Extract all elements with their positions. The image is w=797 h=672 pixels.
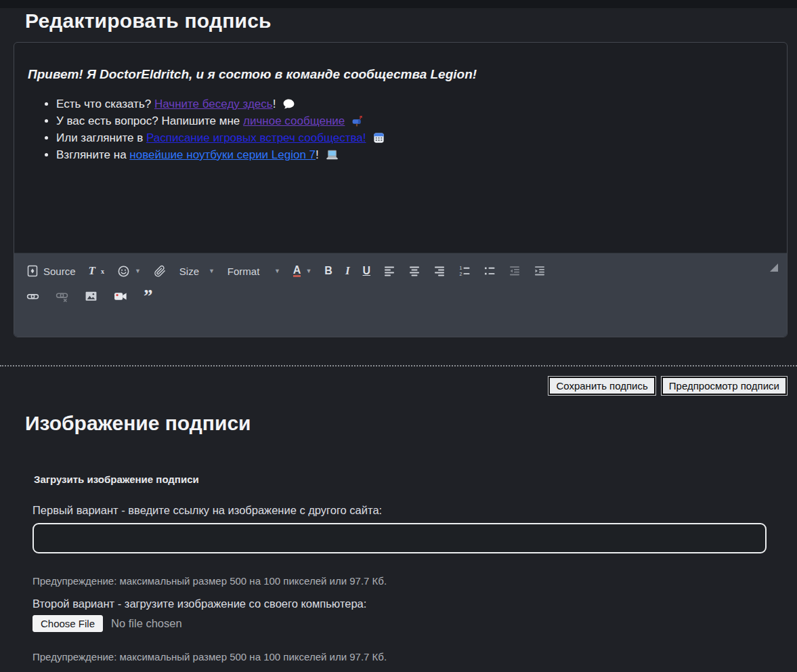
- italic-button[interactable]: I: [345, 264, 350, 278]
- bullet-text: Есть что сказать?: [56, 98, 154, 110]
- indent-button[interactable]: [534, 265, 546, 277]
- file-status-text: No file chosen: [111, 617, 182, 630]
- underline-button[interactable]: U: [363, 265, 371, 277]
- insert-link-button[interactable]: [26, 290, 39, 303]
- video-camera-icon: [114, 290, 127, 303]
- option2-label: Второй вариант - загрузите изображение с…: [33, 597, 366, 610]
- size-dropdown[interactable]: Size ▼: [179, 266, 215, 277]
- section-divider: [0, 365, 797, 366]
- mailbox-icon: [351, 114, 364, 127]
- paperclip-icon: [154, 265, 167, 278]
- blockquote-button[interactable]: ”: [144, 290, 153, 302]
- speech-balloon-icon: [282, 98, 295, 110]
- signature-editor: Привет! Я DoctorEldritch, и я состою в к…: [14, 42, 788, 337]
- size-warning-1: Предупреждение: максимальный размер 500 …: [33, 575, 387, 587]
- list-item: У вас есть вопрос? Напишите мне личное с…: [56, 112, 772, 129]
- bullet-text: Взгляните на: [56, 148, 129, 161]
- align-left-icon: [383, 265, 395, 277]
- list-item: Или загляните в Расписание игровых встре…: [56, 129, 772, 146]
- page-top-edge: [0, 0, 797, 8]
- bullet-text: [345, 114, 348, 127]
- svg-text:2: 2: [460, 272, 462, 276]
- align-center-icon: [408, 265, 421, 277]
- action-buttons: Сохранить подпись Предпросмотр подписи: [548, 377, 787, 395]
- source-label: Source: [43, 266, 76, 277]
- source-icon: [26, 265, 39, 277]
- list-item: Взгляните на новейшие ноутбуки серии Leg…: [56, 146, 772, 163]
- signature-edit-page: Редактировать подпись Привет! Я DoctorEl…: [0, 0, 797, 672]
- insert-image-button[interactable]: [85, 290, 98, 303]
- align-right-button[interactable]: [433, 265, 446, 277]
- numbered-list-button[interactable]: 12: [458, 265, 471, 277]
- signature-bullet-list: Есть что сказать? Начните беседу здесь! …: [28, 96, 772, 163]
- upload-image-heading: Загрузить изображение подписи: [34, 474, 199, 485]
- attach-button[interactable]: [154, 265, 167, 278]
- bullet-text: Или загляните в: [56, 131, 146, 144]
- bulleted-list-icon: [483, 265, 496, 277]
- image-url-input[interactable]: [33, 523, 767, 553]
- image-section-title: Изображение подписи: [25, 412, 251, 435]
- align-right-icon: [433, 265, 446, 277]
- source-button[interactable]: Source: [26, 265, 76, 277]
- remove-format-button[interactable]: Tx: [89, 264, 104, 278]
- start-conversation-link[interactable]: Начните беседу здесь: [154, 98, 273, 110]
- bold-button[interactable]: B: [324, 265, 332, 277]
- preview-signature-button[interactable]: Предпросмотр подписи: [662, 377, 787, 395]
- size-label: Size: [179, 266, 199, 277]
- chevron-down-icon: ▼: [209, 268, 215, 274]
- private-message-link[interactable]: личное сообщение: [243, 114, 345, 127]
- calendar-icon: [372, 131, 385, 144]
- outdent-icon: [509, 265, 521, 277]
- toolbar-row-2: ”: [26, 287, 775, 305]
- svg-text:1: 1: [460, 266, 462, 270]
- list-item: Есть что сказать? Начните беседу здесь!: [56, 96, 772, 112]
- save-signature-button[interactable]: Сохранить подпись: [548, 377, 655, 395]
- laptop-icon: [326, 148, 339, 161]
- text-color-icon: A: [293, 265, 301, 277]
- image-icon: [85, 290, 98, 303]
- outdent-button[interactable]: [509, 265, 521, 277]
- size-warning-2: Предупреждение: максимальный размер 500 …: [33, 651, 387, 663]
- unlink-button[interactable]: [56, 290, 68, 303]
- bullet-text: !: [316, 148, 322, 161]
- bullet-text: !: [273, 98, 279, 110]
- emoji-button[interactable]: ▼: [117, 265, 141, 278]
- link-icon: [26, 290, 39, 303]
- chevron-down-icon: ▼: [305, 268, 311, 274]
- bullet-text: У вас есть вопрос? Напишите мне: [56, 114, 243, 127]
- page-title: Редактировать подпись: [25, 9, 272, 33]
- align-center-button[interactable]: [408, 265, 421, 277]
- unlink-icon: [56, 290, 68, 303]
- text-color-button[interactable]: A ▼: [293, 265, 311, 277]
- smiley-icon: [117, 265, 130, 278]
- gaming-schedule-link[interactable]: Расписание игровых встреч сообщества!: [146, 131, 366, 144]
- indent-icon: [534, 265, 546, 277]
- file-upload-control: Choose File No file chosen: [33, 615, 182, 632]
- editor-toolbar: Source Tx ▼ Size ▼ Format ▼: [14, 253, 787, 337]
- chevron-down-icon: ▼: [274, 268, 280, 274]
- signature-intro-text: Привет! Я DoctorEldritch, и я состою в к…: [28, 67, 772, 82]
- chevron-down-icon: ▼: [135, 268, 141, 274]
- format-dropdown[interactable]: Format ▼: [228, 266, 280, 277]
- numbered-list-icon: 12: [458, 265, 471, 277]
- align-left-button[interactable]: [383, 265, 395, 277]
- choose-file-button[interactable]: Choose File: [33, 615, 103, 632]
- bulleted-list-button[interactable]: [483, 265, 496, 277]
- editor-content-area[interactable]: Привет! Я DoctorEldritch, и я состою в к…: [14, 43, 787, 253]
- bullet-text: [366, 131, 369, 144]
- insert-video-button[interactable]: [114, 290, 127, 303]
- format-label: Format: [228, 266, 260, 277]
- legion-laptops-link[interactable]: новейшие ноутбуки серии Legion 7: [129, 148, 316, 161]
- option1-label: Первый вариант - введите ссылку на изобр…: [33, 504, 382, 517]
- toolbar-row-1: Source Tx ▼ Size ▼ Format ▼: [26, 262, 775, 280]
